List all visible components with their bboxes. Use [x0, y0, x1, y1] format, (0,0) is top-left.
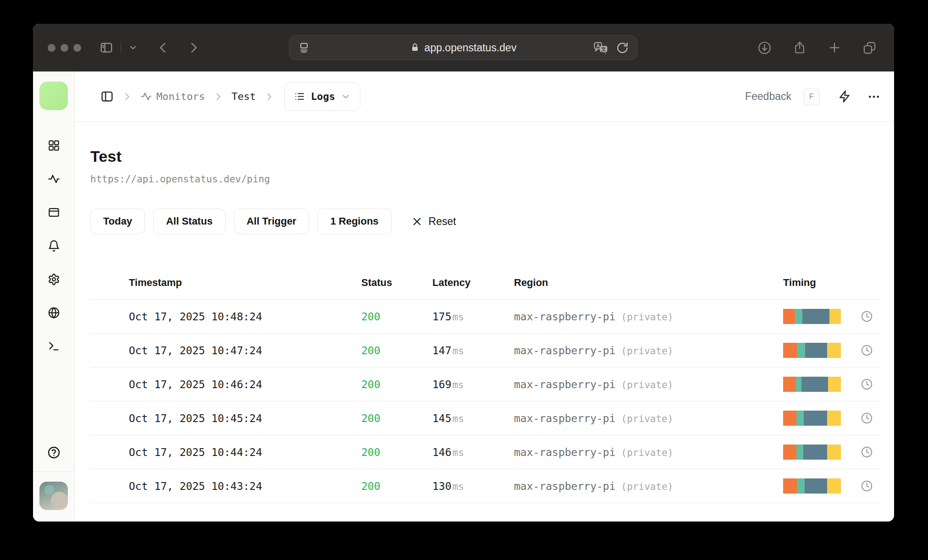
- close-button[interactable]: [48, 44, 55, 52]
- sidebar-chevron-down-icon[interactable]: [123, 43, 143, 52]
- cell-status: 200: [361, 311, 432, 323]
- sidebar-item-cli[interactable]: [48, 340, 60, 352]
- latency-unit: ms: [453, 346, 464, 357]
- cell-status: 200: [361, 446, 432, 458]
- clock-icon[interactable]: [861, 412, 881, 424]
- breadcrumb-monitors-label[interactable]: Monitors: [156, 91, 205, 102]
- timing-segment: [829, 309, 841, 324]
- region-name: max-raspberry-pi: [514, 379, 616, 390]
- app-header: Monitors Test Logs: [75, 71, 894, 122]
- latency-unit: ms: [453, 379, 464, 390]
- cell-status: 200: [361, 412, 432, 424]
- filter-period-button[interactable]: Today: [90, 209, 145, 234]
- timing-bar: [783, 309, 841, 324]
- zoom-button[interactable]: [73, 44, 81, 52]
- downloads-icon[interactable]: [757, 41, 772, 55]
- reset-label: Reset: [429, 215, 456, 228]
- latency-value: 146: [432, 446, 452, 458]
- timing-segment: [795, 309, 802, 324]
- timing-segment: [801, 377, 828, 392]
- cell-region: max-raspberry-pi (private): [514, 311, 783, 323]
- timing-segment: [797, 478, 804, 494]
- region-visibility: (private): [621, 379, 674, 390]
- column-status[interactable]: Status: [361, 277, 432, 289]
- reset-filters-button[interactable]: Reset: [412, 215, 456, 228]
- sidebar-item-notifications[interactable]: [48, 240, 60, 252]
- lock-icon: [410, 43, 420, 53]
- clock-icon[interactable]: [861, 310, 881, 323]
- zap-icon[interactable]: [838, 90, 851, 103]
- cell-timestamp: Oct 17, 2025 10:47:24: [129, 345, 361, 357]
- filter-status-button[interactable]: All Status: [153, 209, 225, 234]
- timing-bar: [783, 445, 841, 460]
- column-timing[interactable]: Timing: [783, 277, 861, 289]
- table-row[interactable]: Oct 17, 2025 10:47:24 200 147ms max-rasp…: [90, 334, 881, 368]
- forward-button-icon[interactable]: [182, 41, 205, 54]
- cell-region: max-raspberry-pi (private): [514, 345, 783, 357]
- breadcrumb-test[interactable]: Test: [232, 91, 256, 102]
- timing-bar: [783, 411, 841, 426]
- panel-toggle-icon[interactable]: [100, 90, 114, 103]
- translate-icon[interactable]: A文: [593, 41, 609, 55]
- table-row[interactable]: Oct 17, 2025 10:44:24 200 146ms max-rasp…: [90, 435, 881, 469]
- logs-view-selector[interactable]: Logs: [284, 82, 360, 111]
- svg-text:A: A: [596, 43, 600, 49]
- sidebar-item-dashboard[interactable]: [48, 139, 60, 152]
- sidebar-divider: [33, 471, 74, 472]
- sidebar-item-monitors[interactable]: [48, 173, 60, 185]
- region-name: max-raspberry-pi: [514, 345, 616, 357]
- timing-segment: [827, 411, 841, 426]
- logs-table: Timestamp Status Latency Region Timing O…: [90, 266, 881, 503]
- sidebar-toggle-icon[interactable]: [94, 41, 119, 55]
- latency-value: 169: [432, 379, 452, 390]
- table-row[interactable]: Oct 17, 2025 10:45:24 200 145ms max-rasp…: [90, 401, 881, 435]
- filter-regions-button[interactable]: 1 Regions: [317, 209, 391, 234]
- region-name: max-raspberry-pi: [514, 480, 616, 492]
- cell-timestamp: Oct 17, 2025 10:43:24: [129, 480, 361, 492]
- help-icon[interactable]: [47, 446, 61, 459]
- breadcrumb-monitors[interactable]: Monitors: [140, 91, 205, 102]
- timing-bar: [783, 343, 841, 358]
- filter-trigger-button[interactable]: All Trigger: [234, 209, 309, 234]
- sidebar-item-global[interactable]: [48, 307, 60, 319]
- more-options-icon[interactable]: [867, 90, 881, 104]
- toolbar-divider: [121, 42, 121, 54]
- chevron-down-icon: [341, 92, 351, 102]
- clock-icon[interactable]: [861, 480, 881, 492]
- region-visibility: (private): [621, 312, 674, 323]
- sidebar-item-settings[interactable]: [48, 273, 60, 285]
- cell-region: max-raspberry-pi (private): [514, 480, 783, 492]
- address-bar[interactable]: app.openstatus.dev A文: [289, 35, 637, 60]
- list-icon: [294, 91, 305, 102]
- feedback-button[interactable]: Feedback: [745, 90, 791, 103]
- app-sidebar: [33, 71, 75, 522]
- workspace-logo[interactable]: [39, 82, 68, 110]
- address-url[interactable]: app.openstatus.dev: [425, 42, 517, 54]
- timing-segment: [796, 411, 804, 426]
- cell-region: max-raspberry-pi (private): [514, 446, 783, 458]
- browser-toolbar: app.openstatus.dev A文: [33, 24, 894, 71]
- back-button-icon[interactable]: [151, 41, 175, 54]
- cell-latency: 169ms: [432, 379, 514, 390]
- feedback-shortcut-badge: F: [803, 88, 820, 105]
- column-region[interactable]: Region: [514, 277, 783, 289]
- minimize-button[interactable]: [61, 44, 68, 52]
- clock-icon[interactable]: [861, 378, 881, 390]
- new-tab-icon[interactable]: [828, 41, 841, 55]
- table-row[interactable]: Oct 17, 2025 10:48:24 200 175ms max-rasp…: [90, 300, 881, 334]
- sidebar-item-status-pages[interactable]: [48, 206, 60, 219]
- reload-icon[interactable]: [616, 42, 629, 54]
- clock-icon[interactable]: [861, 344, 881, 357]
- clock-icon[interactable]: [861, 446, 881, 458]
- table-row[interactable]: Oct 17, 2025 10:43:24 200 130ms max-rasp…: [90, 469, 881, 503]
- cell-status: 200: [361, 379, 432, 390]
- share-icon[interactable]: [793, 40, 806, 55]
- user-avatar[interactable]: [39, 482, 68, 510]
- region-name: max-raspberry-pi: [514, 311, 616, 323]
- cell-timestamp: Oct 17, 2025 10:46:24: [129, 379, 361, 390]
- column-timestamp[interactable]: Timestamp: [129, 277, 361, 289]
- page-settings-icon[interactable]: [298, 41, 310, 54]
- column-latency[interactable]: Latency: [432, 277, 514, 289]
- table-row[interactable]: Oct 17, 2025 10:46:24 200 169ms max-rasp…: [90, 368, 881, 401]
- tab-overview-icon[interactable]: [862, 41, 877, 55]
